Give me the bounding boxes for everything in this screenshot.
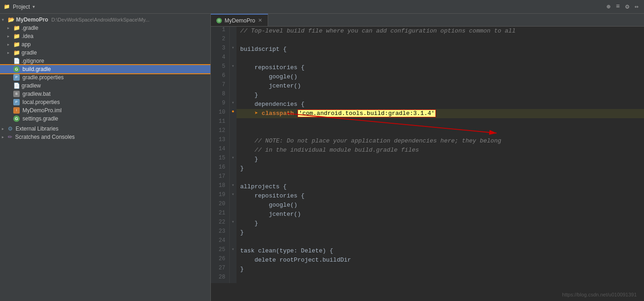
code-content: } xyxy=(237,265,644,274)
sidebar-item-app-folder[interactable]: ▸ 📁 app xyxy=(0,40,210,49)
gutter-icon[interactable]: ▾ xyxy=(229,45,237,54)
editor-area: G MyDemoPro ✕ 1// Top-level build file w… xyxy=(211,14,644,301)
sidebar: ▾ 📂 MyDemoPro D:\DevWorkSpace\AndroidWor… xyxy=(0,14,211,301)
code-line-25: 25▾task clean(type: Delete) { xyxy=(211,246,644,256)
external-libraries-label: External Libraries xyxy=(16,126,58,132)
sidebar-item-gradle-folder[interactable]: ▸ 📁 .gradle xyxy=(0,24,210,32)
code-content: // Top-level build file where you can ad… xyxy=(237,27,644,36)
code-content: } xyxy=(237,91,644,100)
title-dropdown-icon[interactable]: ▾ xyxy=(33,4,35,9)
tab-gradle-icon: G xyxy=(216,18,222,23)
gutter-icon[interactable]: ▾ xyxy=(229,182,237,192)
code-line-13: 13 // NOTE: Do not place your applicatio… xyxy=(211,137,644,146)
folder-icon: 📁 xyxy=(13,41,20,48)
line-number: 21 xyxy=(211,210,229,219)
sidebar-item-gradle-properties[interactable]: P gradle.properties xyxy=(0,73,210,82)
code-line-20: 20 google() xyxy=(211,201,644,210)
gutter-icon xyxy=(229,237,237,246)
sidebar-item-gradlew-bat[interactable]: B gradlew.bat xyxy=(0,90,210,98)
gradle-file-icon2: G xyxy=(13,115,20,122)
code-line-28: 28 xyxy=(211,274,644,283)
code-line-16: 16} xyxy=(211,164,644,173)
line-number: 1 xyxy=(211,27,229,36)
code-content xyxy=(237,237,644,246)
code-content: repositories { xyxy=(237,63,644,72)
collapse-icon[interactable]: ≡ xyxy=(614,2,622,11)
sidebar-tree: ▾ 📂 MyDemoPro D:\DevWorkSpace\AndroidWor… xyxy=(0,14,210,143)
build-gradle-label: build.gradle xyxy=(22,66,51,72)
code-content: allprojects { xyxy=(237,182,644,192)
tab-bar: G MyDemoPro ✕ xyxy=(211,14,644,27)
main-layout: ▾ 📂 MyDemoPro D:\DevWorkSpace\AndroidWor… xyxy=(0,14,644,301)
sidebar-item-idea-folder[interactable]: ▸ 📁 .idea xyxy=(0,32,210,40)
code-editor[interactable]: 1// Top-level build file where you can a… xyxy=(211,27,644,301)
sidebar-item-gradle-folder2[interactable]: ▸ 📁 gradle xyxy=(0,49,210,57)
sidebar-item-local-properties[interactable]: P local.properties xyxy=(0,98,210,106)
gradle-folder-label: .gradle xyxy=(22,25,39,31)
title-bar-icons: ⊕ ≡ ⚙ ⇔ xyxy=(605,2,640,11)
file-icon: 📄 xyxy=(13,82,20,89)
gutter-icon[interactable]: ▾ xyxy=(229,219,237,228)
chevron-icon: ▸ xyxy=(7,34,12,38)
gutter-icon[interactable]: ▾ xyxy=(229,63,237,72)
code-text: allprojects { xyxy=(240,183,286,190)
line-number: 25 xyxy=(211,246,229,256)
line-number: 10 xyxy=(211,109,229,118)
app-folder-label: app xyxy=(22,41,31,48)
code-content xyxy=(237,173,644,182)
file-icon: 📄 xyxy=(13,58,20,64)
line-number: 7 xyxy=(211,82,229,91)
tab-close-icon[interactable]: ✕ xyxy=(258,17,262,23)
scratches-label: Scratches and Consoles xyxy=(15,134,75,140)
chevron-icon: ▸ xyxy=(2,126,6,131)
sidebar-item-mydemopro-iml[interactable]: I MyDemoPro.iml xyxy=(0,106,210,115)
code-content: task clean(type: Delete) { xyxy=(237,246,644,256)
sidebar-item-external-libraries[interactable]: ▸ ⚙ External Libraries xyxy=(0,125,210,133)
gutter-icon[interactable]: ▾ xyxy=(229,192,237,201)
expand-icon[interactable]: ⊕ xyxy=(605,2,612,11)
gutter-icon[interactable]: ▾ xyxy=(229,100,237,109)
sidebar-item-gitignore[interactable]: 📄 .gitignore xyxy=(0,57,210,65)
folder-icon: 📁 xyxy=(13,25,20,31)
sidebar-item-root[interactable]: ▾ 📂 MyDemoPro D:\DevWorkSpace\AndroidWor… xyxy=(0,16,210,24)
code-content: ➤ classpath 'com.android.tools.build:gra… xyxy=(237,109,644,118)
line-number: 16 xyxy=(211,164,229,173)
chevron-icon: ▸ xyxy=(2,135,6,139)
code-text: dependencies { xyxy=(240,101,304,108)
gitignore-label: .gitignore xyxy=(22,58,44,64)
code-content: delete rootProject.buildDir xyxy=(237,256,644,265)
code-line-6: 6 google() xyxy=(211,72,644,82)
gradlew-bat-label: gradlew.bat xyxy=(22,91,50,97)
code-line-5: 5▾ repositories { xyxy=(211,63,644,72)
code-content: repositories { xyxy=(237,192,644,201)
code-line-1: 1// Top-level build file where you can a… xyxy=(211,27,644,36)
code-line-19: 19▾ repositories { xyxy=(211,192,644,201)
code-content xyxy=(237,127,644,137)
gutter-icon xyxy=(229,256,237,265)
title-bar: 📁 Project ▾ ⊕ ≡ ⚙ ⇔ xyxy=(0,0,644,14)
classpath-keyword: classpath xyxy=(262,110,297,117)
sidebar-item-scratches-consoles[interactable]: ▸ ✏ Scratches and Consoles xyxy=(0,133,210,141)
code-content: } xyxy=(237,228,644,237)
gutter-icon[interactable]: ▾ xyxy=(229,155,237,164)
sidebar-item-settings-gradle[interactable]: G settings.gradle xyxy=(0,115,210,123)
settings-icon[interactable]: ⚙ xyxy=(623,2,631,11)
gutter-icon xyxy=(229,164,237,173)
line-number: 14 xyxy=(211,146,229,155)
code-line-21: 21 jcenter() xyxy=(211,210,644,219)
code-line-24: 24 xyxy=(211,237,644,246)
code-text: delete rootProject.buildDir xyxy=(240,257,351,263)
code-content: } xyxy=(237,155,644,164)
layout-icon[interactable]: ⇔ xyxy=(633,2,640,11)
code-line-10: 10● ➤ classpath 'com.android.tools.build… xyxy=(211,109,644,118)
sidebar-item-build-gradle[interactable]: G build.gradle xyxy=(0,65,210,73)
code-text: repositories { xyxy=(240,64,304,71)
sidebar-item-gradlew[interactable]: 📄 gradlew xyxy=(0,82,210,90)
code-line-17: 17 xyxy=(211,173,644,182)
gutter-icon[interactable]: ▾ xyxy=(229,246,237,256)
code-content: google() xyxy=(237,201,644,210)
tab-mydemopro[interactable]: G MyDemoPro ✕ xyxy=(211,14,268,26)
gutter-icon xyxy=(229,201,237,210)
mydemopro-iml-label: MyDemoPro.iml xyxy=(22,107,61,114)
line-number: 6 xyxy=(211,72,229,82)
